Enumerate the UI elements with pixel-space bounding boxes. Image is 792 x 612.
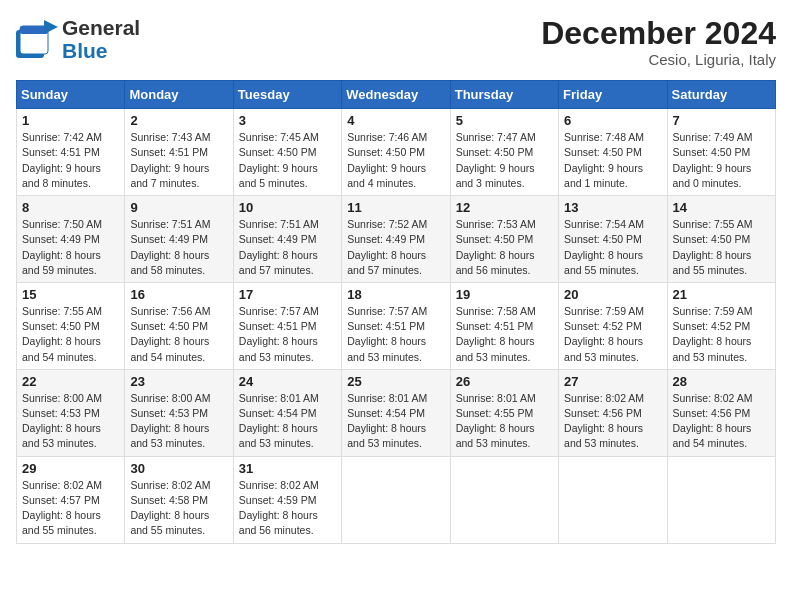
day-number: 28 <box>673 374 770 389</box>
svg-rect-2 <box>20 26 48 34</box>
calendar-cell: 6 Sunrise: 7:48 AMSunset: 4:50 PMDayligh… <box>559 109 667 196</box>
day-info: Sunrise: 8:01 AMSunset: 4:54 PMDaylight:… <box>239 391 336 452</box>
calendar-cell: 3 Sunrise: 7:45 AMSunset: 4:50 PMDayligh… <box>233 109 341 196</box>
day-info: Sunrise: 7:54 AMSunset: 4:50 PMDaylight:… <box>564 217 661 278</box>
day-number: 4 <box>347 113 444 128</box>
calendar-cell <box>450 456 558 543</box>
logo-general-text: General <box>62 16 140 39</box>
day-info: Sunrise: 7:42 AMSunset: 4:51 PMDaylight:… <box>22 130 119 191</box>
page-header: General Blue December 2024 Cesio, Liguri… <box>16 16 776 68</box>
day-info: Sunrise: 8:02 AMSunset: 4:57 PMDaylight:… <box>22 478 119 539</box>
day-info: Sunrise: 8:01 AMSunset: 4:54 PMDaylight:… <box>347 391 444 452</box>
calendar-cell: 16 Sunrise: 7:56 AMSunset: 4:50 PMDaylig… <box>125 282 233 369</box>
location-title: Cesio, Liguria, Italy <box>541 51 776 68</box>
day-info: Sunrise: 7:45 AMSunset: 4:50 PMDaylight:… <box>239 130 336 191</box>
calendar-cell <box>559 456 667 543</box>
day-number: 26 <box>456 374 553 389</box>
calendar-table: SundayMondayTuesdayWednesdayThursdayFrid… <box>16 80 776 543</box>
calendar-cell: 21 Sunrise: 7:59 AMSunset: 4:52 PMDaylig… <box>667 282 775 369</box>
day-number: 27 <box>564 374 661 389</box>
day-info: Sunrise: 8:02 AMSunset: 4:56 PMDaylight:… <box>673 391 770 452</box>
day-info: Sunrise: 7:51 AMSunset: 4:49 PMDaylight:… <box>130 217 227 278</box>
calendar-cell: 14 Sunrise: 7:55 AMSunset: 4:50 PMDaylig… <box>667 196 775 283</box>
day-info: Sunrise: 8:02 AMSunset: 4:59 PMDaylight:… <box>239 478 336 539</box>
calendar-cell: 19 Sunrise: 7:58 AMSunset: 4:51 PMDaylig… <box>450 282 558 369</box>
day-info: Sunrise: 8:01 AMSunset: 4:55 PMDaylight:… <box>456 391 553 452</box>
day-number: 5 <box>456 113 553 128</box>
day-number: 11 <box>347 200 444 215</box>
logo-blue-text: Blue <box>62 39 108 62</box>
calendar-cell: 23 Sunrise: 8:00 AMSunset: 4:53 PMDaylig… <box>125 369 233 456</box>
day-number: 29 <box>22 461 119 476</box>
day-info: Sunrise: 7:43 AMSunset: 4:51 PMDaylight:… <box>130 130 227 191</box>
day-info: Sunrise: 7:55 AMSunset: 4:50 PMDaylight:… <box>673 217 770 278</box>
day-info: Sunrise: 7:47 AMSunset: 4:50 PMDaylight:… <box>456 130 553 191</box>
day-number: 31 <box>239 461 336 476</box>
calendar-cell: 8 Sunrise: 7:50 AMSunset: 4:49 PMDayligh… <box>17 196 125 283</box>
calendar-cell: 26 Sunrise: 8:01 AMSunset: 4:55 PMDaylig… <box>450 369 558 456</box>
day-info: Sunrise: 7:46 AMSunset: 4:50 PMDaylight:… <box>347 130 444 191</box>
day-number: 16 <box>130 287 227 302</box>
calendar-header-wednesday: Wednesday <box>342 81 450 109</box>
calendar-cell: 7 Sunrise: 7:49 AMSunset: 4:50 PMDayligh… <box>667 109 775 196</box>
calendar-cell: 12 Sunrise: 7:53 AMSunset: 4:50 PMDaylig… <box>450 196 558 283</box>
day-number: 19 <box>456 287 553 302</box>
calendar-cell: 11 Sunrise: 7:52 AMSunset: 4:49 PMDaylig… <box>342 196 450 283</box>
day-info: Sunrise: 7:55 AMSunset: 4:50 PMDaylight:… <box>22 304 119 365</box>
day-number: 30 <box>130 461 227 476</box>
calendar-cell: 1 Sunrise: 7:42 AMSunset: 4:51 PMDayligh… <box>17 109 125 196</box>
day-number: 18 <box>347 287 444 302</box>
day-info: Sunrise: 8:00 AMSunset: 4:53 PMDaylight:… <box>22 391 119 452</box>
svg-marker-3 <box>44 20 58 34</box>
day-info: Sunrise: 7:57 AMSunset: 4:51 PMDaylight:… <box>239 304 336 365</box>
calendar-cell: 22 Sunrise: 8:00 AMSunset: 4:53 PMDaylig… <box>17 369 125 456</box>
calendar-cell: 20 Sunrise: 7:59 AMSunset: 4:52 PMDaylig… <box>559 282 667 369</box>
calendar-header-saturday: Saturday <box>667 81 775 109</box>
day-number: 10 <box>239 200 336 215</box>
logo: General Blue <box>16 16 140 62</box>
month-title: December 2024 <box>541 16 776 51</box>
calendar-cell: 28 Sunrise: 8:02 AMSunset: 4:56 PMDaylig… <box>667 369 775 456</box>
calendar-cell: 29 Sunrise: 8:02 AMSunset: 4:57 PMDaylig… <box>17 456 125 543</box>
calendar-cell: 24 Sunrise: 8:01 AMSunset: 4:54 PMDaylig… <box>233 369 341 456</box>
calendar-cell: 13 Sunrise: 7:54 AMSunset: 4:50 PMDaylig… <box>559 196 667 283</box>
day-number: 20 <box>564 287 661 302</box>
day-info: Sunrise: 7:52 AMSunset: 4:49 PMDaylight:… <box>347 217 444 278</box>
calendar-cell: 4 Sunrise: 7:46 AMSunset: 4:50 PMDayligh… <box>342 109 450 196</box>
day-number: 3 <box>239 113 336 128</box>
calendar-cell: 31 Sunrise: 8:02 AMSunset: 4:59 PMDaylig… <box>233 456 341 543</box>
day-number: 23 <box>130 374 227 389</box>
day-number: 7 <box>673 113 770 128</box>
day-info: Sunrise: 7:48 AMSunset: 4:50 PMDaylight:… <box>564 130 661 191</box>
day-info: Sunrise: 7:59 AMSunset: 4:52 PMDaylight:… <box>564 304 661 365</box>
calendar-cell: 25 Sunrise: 8:01 AMSunset: 4:54 PMDaylig… <box>342 369 450 456</box>
calendar-cell: 2 Sunrise: 7:43 AMSunset: 4:51 PMDayligh… <box>125 109 233 196</box>
day-info: Sunrise: 8:02 AMSunset: 4:56 PMDaylight:… <box>564 391 661 452</box>
day-number: 25 <box>347 374 444 389</box>
day-info: Sunrise: 7:49 AMSunset: 4:50 PMDaylight:… <box>673 130 770 191</box>
day-info: Sunrise: 7:57 AMSunset: 4:51 PMDaylight:… <box>347 304 444 365</box>
day-info: Sunrise: 7:51 AMSunset: 4:49 PMDaylight:… <box>239 217 336 278</box>
day-number: 22 <box>22 374 119 389</box>
logo-text: General Blue <box>62 16 140 62</box>
calendar-header-sunday: Sunday <box>17 81 125 109</box>
calendar-cell: 18 Sunrise: 7:57 AMSunset: 4:51 PMDaylig… <box>342 282 450 369</box>
day-info: Sunrise: 8:02 AMSunset: 4:58 PMDaylight:… <box>130 478 227 539</box>
day-number: 9 <box>130 200 227 215</box>
calendar-cell: 5 Sunrise: 7:47 AMSunset: 4:50 PMDayligh… <box>450 109 558 196</box>
day-info: Sunrise: 7:56 AMSunset: 4:50 PMDaylight:… <box>130 304 227 365</box>
calendar-header-thursday: Thursday <box>450 81 558 109</box>
calendar-cell: 30 Sunrise: 8:02 AMSunset: 4:58 PMDaylig… <box>125 456 233 543</box>
calendar-cell <box>342 456 450 543</box>
logo-icon <box>16 20 58 58</box>
day-number: 17 <box>239 287 336 302</box>
day-info: Sunrise: 8:00 AMSunset: 4:53 PMDaylight:… <box>130 391 227 452</box>
calendar-cell: 27 Sunrise: 8:02 AMSunset: 4:56 PMDaylig… <box>559 369 667 456</box>
title-block: December 2024 Cesio, Liguria, Italy <box>541 16 776 68</box>
day-number: 24 <box>239 374 336 389</box>
day-info: Sunrise: 7:53 AMSunset: 4:50 PMDaylight:… <box>456 217 553 278</box>
day-number: 2 <box>130 113 227 128</box>
day-number: 12 <box>456 200 553 215</box>
calendar-cell: 10 Sunrise: 7:51 AMSunset: 4:49 PMDaylig… <box>233 196 341 283</box>
day-number: 21 <box>673 287 770 302</box>
